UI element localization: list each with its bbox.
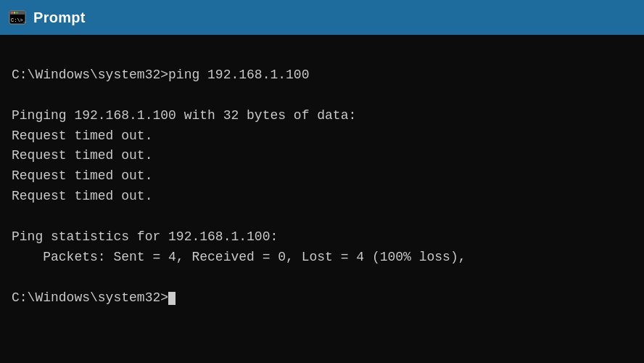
terminal-line: Request timed out. [12,166,632,187]
svg-point-3 [14,12,15,13]
terminal-line [12,207,632,227]
cmd-window: C:\>_ Prompt C:\Windows\system32>ping 19… [0,0,644,363]
terminal-line: Packets: Sent = 4, Received = 0, Lost = … [12,248,632,268]
terminal-line: Ping statistics for 192.168.1.100: [12,227,632,248]
terminal-line [12,45,632,65]
svg-point-4 [16,12,17,13]
terminal-line [12,268,632,288]
terminal-body[interactable]: C:\Windows\system32>ping 192.168.1.100 P… [0,35,644,363]
window-title: Prompt [33,9,86,26]
terminal-line: Request timed out. [12,126,632,147]
title-bar: C:\>_ Prompt [0,0,644,35]
terminal-line: Pinging 192.168.1.100 with 32 bytes of d… [12,106,632,126]
terminal-line: C:\Windows\system32>ping 192.168.1.100 [12,65,632,86]
cmd-icon: C:\>_ [9,9,26,26]
terminal-line: Request timed out. [12,146,632,166]
terminal-line [12,86,632,106]
svg-text:C:\>_: C:\>_ [11,17,26,23]
svg-point-2 [11,12,12,13]
terminal-output: C:\Windows\system32>ping 192.168.1.100 P… [12,45,632,309]
terminal-line: C:\Windows\system32> [12,288,632,309]
terminal-line: Request timed out. [12,187,632,207]
cursor [168,292,176,305]
